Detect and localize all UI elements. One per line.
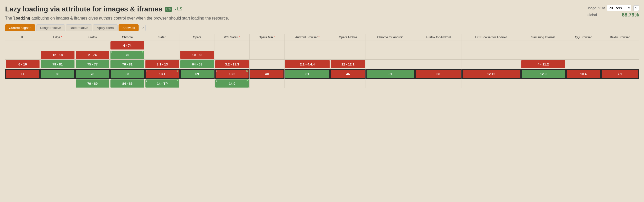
page-wrapper: Lazy loading via attribute for images & … <box>0 0 644 91</box>
th-opera-mini: Opera Mini * <box>250 34 285 41</box>
cell-samsung-4-11: 4 - 11.2 <box>521 60 566 69</box>
cell-safari-131-current: 2 13.1 ⚑ <box>145 69 180 79</box>
usage-panel: Usage % of all users ? Global 68.79% <box>586 5 639 18</box>
cell-uc-1212-current: 12.12 <box>462 69 521 79</box>
th-uc-browser: UC Browser for Android <box>462 34 521 41</box>
cell-baidu-71-current: 7.1 <box>601 69 639 79</box>
cell-operamini-empty2 <box>250 50 285 60</box>
cell-ie-11-current: 11 <box>5 69 40 79</box>
cell-opera-empty5 <box>180 79 215 88</box>
table-row: 4 - 74 <box>5 41 639 50</box>
th-chrome: Chrome <box>110 34 145 41</box>
th-opera: Opera <box>180 34 215 41</box>
cell-firefoxandroid-empty5 <box>415 79 462 88</box>
th-android-browser: Android Browser * <box>285 34 330 41</box>
filter-bar: Current aligned Usage relative Date rela… <box>5 24 639 31</box>
compat-table: IE Edge * Firefox Chrome Safari Opera iO… <box>5 34 639 88</box>
cell-ios-14: 2 14.0 ⚑ <box>215 79 250 88</box>
usage-help-button[interactable]: ? <box>633 5 639 11</box>
title-section: Lazy loading via attribute for images & … <box>5 5 586 21</box>
table-row: 12 - 18 2 - 74 1 75 ⚑ 10 - 63 <box>5 50 639 60</box>
th-samsung: Samsung Internet <box>521 34 566 41</box>
th-firefox: Firefox <box>75 34 110 41</box>
header-area: Lazy loading via attribute for images & … <box>5 5 639 21</box>
description: The loading attributing on images & ifra… <box>5 15 586 21</box>
cell-operamobile-empty <box>330 41 366 50</box>
cell-qq-empty2 <box>566 50 601 60</box>
desc-part1: The <box>5 16 13 20</box>
cell-firefoxandroid-empty <box>415 41 462 50</box>
cell-firefox-2-74: 2 - 74 <box>75 50 110 60</box>
cell-chromeandroid-empty3 <box>366 60 415 69</box>
table-container: IE Edge * Firefox Chrome Safari Opera iO… <box>5 34 639 88</box>
cell-chromeandroid-empty2 <box>366 50 415 60</box>
usage-row: Usage % of all users ? <box>586 5 639 11</box>
usage-relative-button[interactable]: Usage relative <box>36 24 65 31</box>
cell-chrome-83-current: 83 <box>110 69 145 79</box>
cell-uc-empty <box>462 41 521 50</box>
filter-help-button[interactable]: ? <box>140 25 146 31</box>
cell-ie-empty2 <box>5 50 40 60</box>
table-row: 6 - 10 79 - 81 75 - 77 76 - 81 3.1 - 13 … <box>5 60 639 69</box>
cell-operamini-empty3 <box>250 60 285 69</box>
cell-operamobile-empty5 <box>330 79 366 88</box>
desc-part2: attributing on images & iframes gives au… <box>30 16 229 20</box>
current-version-row: 11 83 78 83 2 13.1 ⚑ 69 2 13.5 ⚑ a <box>5 69 639 79</box>
th-opera-mobile: Opera Mobile <box>330 34 366 41</box>
usage-label: Usage <box>586 6 596 10</box>
th-baidu: Baidu Browser <box>601 34 639 41</box>
th-edge: Edge * <box>40 34 75 41</box>
cell-opera-64-68: 64 - 68 <box>180 60 215 69</box>
cell-opera-69-current: 69 <box>180 69 215 79</box>
cell-edge-empty <box>40 41 75 50</box>
cell-baidu-empty3 <box>601 60 639 69</box>
cell-chrome-75: 1 75 ⚑ <box>110 50 145 60</box>
cell-firefox-79-80: 79 - 80 <box>75 79 110 88</box>
cell-safari-empty2 <box>145 50 180 60</box>
cell-uc-empty2 <box>462 50 521 60</box>
cell-baidu-empty2 <box>601 50 639 60</box>
cell-safari-3-13: 3.1 - 13 <box>145 60 180 69</box>
cell-chrome-76-81: 76 - 81 <box>110 60 145 69</box>
percent-label: % of <box>598 6 605 10</box>
show-all-button[interactable]: Show all <box>119 24 139 31</box>
cell-chromeandroid-empty <box>366 41 415 50</box>
cell-android-81-current: 81 <box>285 69 330 79</box>
cell-ie-empty <box>5 41 40 50</box>
apply-filters-button[interactable]: Apply filters <box>93 24 118 31</box>
cell-firefoxandroid-empty2 <box>415 50 462 60</box>
cell-samsung-empty2 <box>521 50 566 60</box>
cell-qq-empty3 <box>566 60 601 69</box>
cell-ios-empty <box>215 41 250 50</box>
th-safari: Safari <box>145 34 180 41</box>
cell-safari-14tp: 2 14 - TP ⚑ <box>145 79 180 88</box>
cell-android-2-4: 2.1 - 4.4.4 <box>285 60 330 69</box>
global-label: Global <box>586 13 597 17</box>
user-select[interactable]: all users <box>607 5 631 11</box>
cell-firefox-empty <box>75 41 110 50</box>
date-relative-button[interactable]: Date relative <box>66 24 92 31</box>
cell-firefox-78-current: 78 <box>75 69 110 79</box>
cell-safari-empty <box>145 41 180 50</box>
th-qq: QQ Browser <box>566 34 601 41</box>
header-row: IE Edge * Firefox Chrome Safari Opera iO… <box>5 34 639 41</box>
cell-qq-empty <box>566 41 601 50</box>
th-chrome-android: Chrome for Android <box>366 34 415 41</box>
cell-chromeandroid-81-current: 81 <box>366 69 415 79</box>
cell-samsung-empty <box>521 41 566 50</box>
th-ios-safari: iOS Safari * <box>215 34 250 41</box>
cell-ios-135-current: 2 13.5 ⚑ <box>215 69 250 79</box>
global-percent: 68.79% <box>622 12 639 18</box>
table-row: 79 - 80 84 - 86 2 14 - TP ⚑ 2 14.0 ⚑ <box>5 79 639 88</box>
cell-firefoxandroid-empty3 <box>415 60 462 69</box>
cell-operamini-all-current: all <box>250 69 285 79</box>
page-title: Lazy loading via attribute for images & … <box>5 5 586 13</box>
cell-firefoxandroid-68-current: 68 <box>415 69 462 79</box>
th-firefox-android: Firefox for Android <box>415 34 462 41</box>
cell-chromeandroid-empty5 <box>366 79 415 88</box>
cell-operamobile-12: 12 - 12.1 <box>330 60 366 69</box>
cell-edge-83-current: 83 <box>40 69 75 79</box>
current-aligned-button[interactable]: Current aligned <box>5 24 35 31</box>
cell-uc-empty3 <box>462 60 521 69</box>
title-text: Lazy loading via attribute for images & … <box>5 5 162 13</box>
